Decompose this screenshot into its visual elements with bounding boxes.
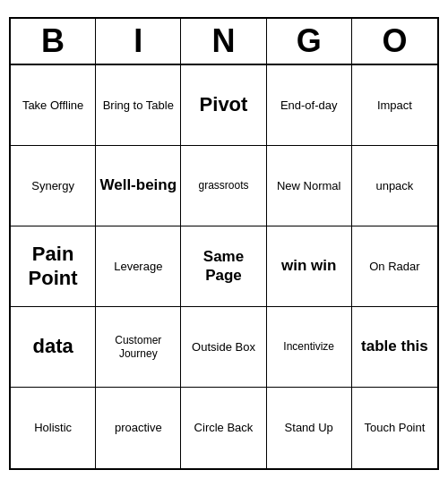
header-n: N bbox=[181, 19, 266, 64]
bingo-cell-13[interactable]: win win bbox=[267, 226, 352, 307]
bingo-cell-2[interactable]: Pivot bbox=[181, 65, 266, 146]
bingo-cell-7[interactable]: grassroots bbox=[181, 146, 266, 226]
bingo-cell-18[interactable]: Incentivize bbox=[267, 307, 352, 388]
bingo-cell-14[interactable]: On Radar bbox=[352, 226, 437, 307]
bingo-cell-10[interactable]: Pain Point bbox=[11, 226, 96, 307]
header-i: I bbox=[96, 19, 181, 64]
bingo-cell-21[interactable]: proactive bbox=[96, 388, 181, 468]
bingo-header: B I N G O bbox=[11, 19, 437, 65]
bingo-cell-11[interactable]: Leverage bbox=[96, 226, 181, 307]
header-g: G bbox=[267, 19, 352, 64]
bingo-cell-0[interactable]: Take Offline bbox=[11, 65, 96, 146]
bingo-grid: Take OfflineBring to TablePivotEnd-of-da… bbox=[11, 65, 437, 468]
bingo-cell-16[interactable]: Customer Journey bbox=[96, 307, 181, 388]
header-o: O bbox=[352, 19, 437, 64]
bingo-cell-12[interactable]: Same Page bbox=[181, 226, 266, 307]
bingo-cell-5[interactable]: Synergy bbox=[11, 146, 96, 226]
bingo-card: B I N G O Take OfflineBring to TablePivo… bbox=[9, 17, 439, 470]
bingo-cell-24[interactable]: Touch Point bbox=[352, 388, 437, 468]
bingo-cell-1[interactable]: Bring to Table bbox=[96, 65, 181, 146]
bingo-cell-22[interactable]: Circle Back bbox=[181, 388, 266, 468]
bingo-cell-19[interactable]: table this bbox=[352, 307, 437, 388]
bingo-cell-6[interactable]: Well-being bbox=[96, 146, 181, 226]
bingo-cell-15[interactable]: data bbox=[11, 307, 96, 388]
bingo-cell-23[interactable]: Stand Up bbox=[267, 388, 352, 468]
bingo-cell-20[interactable]: Holistic bbox=[11, 388, 96, 468]
bingo-cell-8[interactable]: New Normal bbox=[267, 146, 352, 226]
bingo-cell-9[interactable]: unpack bbox=[352, 146, 437, 226]
bingo-cell-4[interactable]: Impact bbox=[352, 65, 437, 146]
bingo-cell-17[interactable]: Outside Box bbox=[181, 307, 266, 388]
header-b: B bbox=[11, 19, 96, 64]
bingo-cell-3[interactable]: End-of-day bbox=[267, 65, 352, 146]
